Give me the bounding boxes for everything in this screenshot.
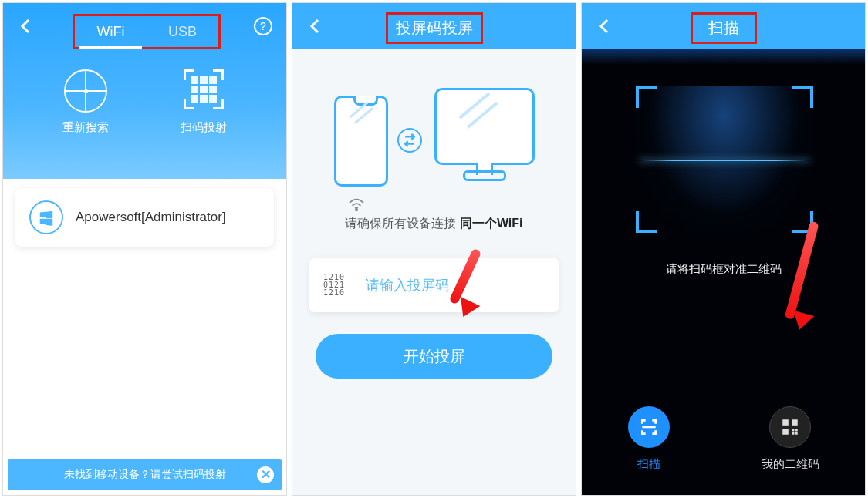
banner-close-button[interactable]: ✕ — [257, 466, 274, 483]
banner-text: 未找到移动设备？请尝试扫码投射 — [64, 468, 226, 482]
wifi-icon — [348, 197, 365, 214]
header-actions: 重新搜索 扫码投射 — [3, 69, 286, 135]
top-bar: 投屏码投屏 — [292, 3, 576, 49]
bottom-tab-scan-label: 扫描 — [628, 457, 670, 472]
bottom-tab-my-qr[interactable]: 我的二维码 — [762, 406, 819, 472]
windows-icon — [29, 200, 63, 234]
rescan-label: 重新搜索 — [43, 120, 128, 135]
cast-code-input[interactable] — [366, 278, 545, 294]
svg-point-0 — [355, 209, 356, 210]
qr-code-icon — [769, 406, 811, 448]
screen-wifi-list: WiFi USB ? 重新搜索 扫码投射 — [2, 2, 287, 496]
qr-scan-viewport — [636, 86, 813, 233]
top-glow — [582, 49, 865, 65]
swap-icon — [397, 128, 422, 153]
bottom-tab-my-qr-label: 我的二维码 — [762, 457, 819, 472]
svg-rect-6 — [792, 432, 794, 435]
title-highlight-box: 投屏码投屏 — [386, 12, 483, 44]
monitor-icon — [434, 88, 535, 165]
svg-rect-1 — [782, 419, 789, 426]
top-bar: WiFi USB ? — [3, 3, 286, 49]
screen-cast-code: 投屏码投屏 请确保所有设备连接 同一个WiFi 1210 0121 1210 开… — [292, 2, 576, 496]
device-card[interactable]: Apowersoft[Administrator] — [15, 188, 274, 247]
scan-hint-text: 请将扫码框对准二维码 — [582, 262, 865, 277]
chevron-left-icon — [596, 17, 614, 35]
instruction-prefix: 请确保所有设备连接 — [345, 217, 459, 230]
qr-scan-icon — [182, 69, 225, 113]
wifi-instruction: 请确保所有设备连接 同一个WiFi — [292, 216, 576, 232]
scan-cast-button[interactable]: 扫码投射 — [161, 69, 246, 135]
cast-code-input-wrap: 1210 0121 1210 — [309, 258, 559, 312]
bottom-hint-banner[interactable]: 未找到移动设备？请尝试扫码投射 ✕ — [8, 459, 282, 490]
svg-rect-4 — [792, 429, 794, 431]
connection-tabs: WiFi USB — [73, 14, 221, 49]
phone-icon — [334, 96, 388, 187]
chevron-left-icon — [306, 17, 325, 35]
scan-frame-icon — [628, 406, 670, 448]
header-gradient: WiFi USB ? 重新搜索 扫码投射 — [3, 3, 286, 179]
scan-cast-label: 扫码投射 — [161, 120, 246, 135]
top-bar: 扫描 — [582, 3, 865, 49]
scan-line — [639, 160, 810, 161]
phone-to-pc-illustration — [334, 88, 535, 196]
device-name: Apowersoft[Administrator] — [76, 210, 226, 225]
title-highlight-box: 扫描 — [691, 12, 757, 44]
back-button[interactable] — [306, 17, 325, 35]
tab-wifi[interactable]: WiFi — [75, 16, 147, 47]
pin-code-icon: 1210 0121 1210 — [323, 274, 353, 297]
start-cast-button[interactable]: 开始投屏 — [316, 334, 552, 379]
back-button[interactable] — [17, 17, 35, 35]
svg-rect-5 — [795, 429, 798, 431]
help-button[interactable]: ? — [254, 17, 272, 35]
rescan-button[interactable]: 重新搜索 — [43, 69, 128, 135]
back-button[interactable] — [596, 17, 614, 35]
svg-rect-2 — [792, 419, 798, 426]
screen-qr-scan: 扫描 请将扫码框对准二维码 扫描 — [581, 2, 866, 496]
page-title: 投屏码投屏 — [396, 18, 473, 39]
radar-icon — [64, 69, 107, 113]
tab-usb[interactable]: USB — [147, 16, 218, 47]
bottom-tab-bar: 扫描 我的二维码 — [582, 406, 865, 472]
page-title: 扫描 — [708, 18, 739, 39]
instruction-strong: 同一个WiFi — [460, 217, 523, 230]
svg-rect-3 — [782, 429, 789, 435]
svg-rect-7 — [795, 432, 798, 435]
bottom-tab-scan[interactable]: 扫描 — [628, 406, 670, 472]
chevron-left-icon — [17, 17, 35, 35]
